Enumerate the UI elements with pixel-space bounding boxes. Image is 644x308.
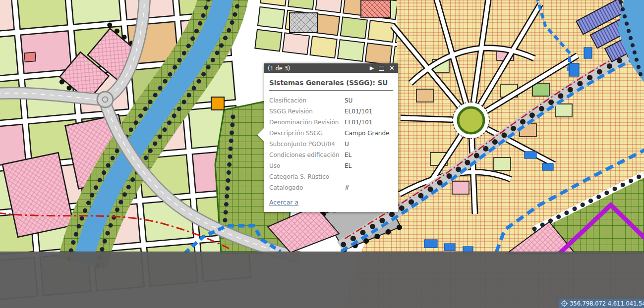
next-feature-icon[interactable]: ▶ xyxy=(370,63,374,73)
close-icon[interactable]: ✕ xyxy=(389,63,395,73)
field-row: Condiciones edificaciónEL xyxy=(269,150,393,160)
coordinate-widget: 356.798,072 4.611.041,54 xyxy=(559,299,644,308)
field-row: UsoEL xyxy=(269,160,393,171)
popup-fields: ClasificaciónSU SSGG RevisiónEL01/101 De… xyxy=(269,95,393,193)
field-row: Subconjunto PGOU/04U xyxy=(269,139,393,150)
coordinate-readout: 356.798,072 4.611.041,54 xyxy=(570,300,644,307)
popup-pointer xyxy=(257,128,264,142)
crosshair-icon[interactable] xyxy=(561,300,568,307)
field-row: ClasificaciónSU xyxy=(269,95,393,106)
popup-header: (1 de 3) ▶ ✕ xyxy=(264,63,398,73)
popup-pagination: (1 de 3) xyxy=(268,65,290,72)
popup-body: Sistemas Generales (SSGG): SU Clasificac… xyxy=(264,73,398,212)
feature-popup: (1 de 3) ▶ ✕ Sistemas Generales (SSGG): … xyxy=(264,63,398,212)
popup-title: Sistemas Generales (SSGG): SU xyxy=(269,77,393,91)
zoom-to-link[interactable]: Acercar a xyxy=(269,199,298,206)
bottom-bar: 2a Información Pública. Revisión PGOU + … xyxy=(0,252,644,308)
field-row: Categoría S. Rústico xyxy=(269,171,393,182)
maximize-icon[interactable] xyxy=(379,66,384,71)
field-row: Catalogado# xyxy=(269,182,393,193)
field-row: Denominación RevisiónEL01/101 xyxy=(269,117,393,128)
field-row: SSGG RevisiónEL01/101 xyxy=(269,106,393,117)
field-row: Descripción SSGGCampo Grande xyxy=(269,128,393,139)
